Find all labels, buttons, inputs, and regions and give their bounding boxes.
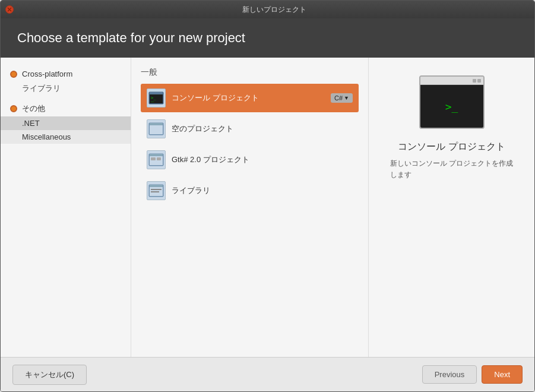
sidebar-item-cross-platform[interactable]: Cross-platform — [1, 67, 131, 81]
sidebar-item-library-cross[interactable]: ライブラリ — [1, 81, 131, 96]
svg-rect-12 — [150, 154, 163, 156]
template-item-console[interactable]: _ >_ コンソール プロジェクト C# ▼ — [141, 84, 359, 112]
other-dot-icon — [10, 105, 17, 112]
section-label: 一般 — [141, 67, 359, 78]
terminal-cursor-icon: >_ — [445, 100, 458, 113]
preview-icon-box: >_ — [419, 75, 485, 129]
svg-rect-4 — [150, 92, 163, 94]
svg-rect-18 — [151, 189, 162, 190]
empty-project-icon — [147, 119, 166, 138]
sidebar-item-other[interactable]: その他 — [1, 101, 131, 116]
svg-rect-17 — [150, 185, 163, 187]
cross-platform-label: Cross-platform — [22, 69, 72, 78]
library-label: ライブラリ — [172, 185, 210, 196]
cancel-button[interactable]: キャンセル(C) — [12, 365, 87, 385]
gtk-project-label: Gtk# 2.0 プロジェクト — [172, 154, 249, 165]
footer-right: Previous Next — [422, 365, 523, 384]
close-button[interactable] — [5, 5, 14, 14]
main-area: 一般 _ >_ コンソール プロジェクト C# — [131, 58, 534, 357]
next-button[interactable]: Next — [482, 365, 523, 384]
preview-description: 新しいコンソール プロジェクトを作成します — [390, 158, 513, 181]
svg-rect-19 — [151, 191, 159, 192]
svg-rect-14 — [157, 157, 161, 160]
sidebar-item-dotnet[interactable]: .NET — [1, 116, 131, 130]
titlebar: 新しいプロジェクト — [1, 1, 534, 18]
sidebar-group-other: その他 .NET Miscellaneous — [1, 101, 131, 144]
window: 新しいプロジェクト Choose a template for your new… — [0, 0, 535, 392]
preview-title: コンソール プロジェクト — [398, 141, 505, 153]
sidebar: Cross-platform ライブラリ その他 .NET Miscellane… — [1, 58, 131, 357]
library-icon — [147, 181, 166, 200]
preview-dot-2 — [477, 79, 481, 83]
console-project-icon: _ >_ — [147, 88, 166, 108]
lang-badge-csharp[interactable]: C# ▼ — [331, 93, 353, 103]
empty-project-label: 空のプロジェクト — [172, 124, 233, 134]
svg-rect-9 — [150, 123, 163, 125]
template-list: 一般 _ >_ コンソール プロジェクト C# — [131, 58, 369, 357]
page-title: Choose a template for your new project — [17, 30, 245, 45]
other-label: その他 — [22, 103, 45, 114]
svg-rect-8 — [150, 125, 163, 134]
footer: キャンセル(C) Previous Next — [1, 357, 534, 391]
sidebar-item-miscellaneous[interactable]: Miscellaneous — [1, 130, 131, 144]
gtk-project-icon — [147, 150, 166, 169]
preview-titlebar — [420, 77, 483, 85]
console-project-label: コンソール プロジェクト — [172, 93, 259, 103]
svg-rect-13 — [151, 157, 156, 160]
content-area: Cross-platform ライブラリ その他 .NET Miscellane… — [1, 58, 534, 357]
preview-dot-1 — [473, 79, 476, 83]
lang-dropdown-arrow: ▼ — [344, 95, 349, 101]
sidebar-group-cross-platform: Cross-platform ライブラリ — [1, 67, 131, 96]
header: Choose a template for your new project — [1, 18, 534, 58]
template-item-library[interactable]: ライブラリ — [141, 176, 359, 205]
cross-platform-dot-icon — [10, 71, 17, 78]
previous-button[interactable]: Previous — [422, 365, 477, 384]
preview-area: >_ コンソール プロジェクト 新しいコンソール プロジェクトを作成します — [369, 58, 534, 357]
template-item-gtk[interactable]: Gtk# 2.0 プロジェクト — [141, 146, 359, 174]
svg-text:>_: >_ — [151, 96, 156, 100]
window-title: 新しいプロジェクト — [18, 5, 530, 15]
template-item-empty[interactable]: 空のプロジェクト — [141, 115, 359, 143]
footer-left: キャンセル(C) — [12, 365, 87, 385]
preview-terminal: >_ — [420, 85, 483, 128]
